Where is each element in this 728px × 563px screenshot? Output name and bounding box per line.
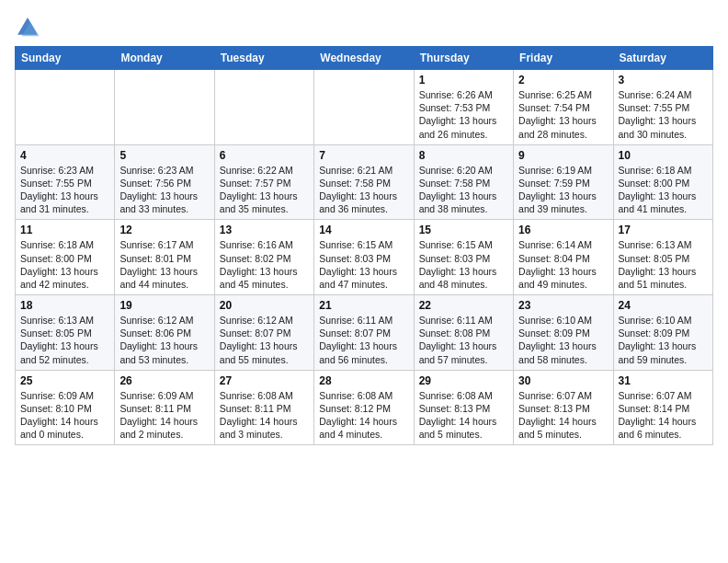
daylight-text: Daylight: 13 hours and 30 minutes. (619, 114, 708, 140)
sunrise-text: Sunrise: 6:08 AM (220, 389, 309, 402)
day-info: Sunrise: 6:13 AMSunset: 8:05 PMDaylight:… (619, 238, 708, 291)
weekday-header-tuesday: Tuesday (214, 47, 313, 70)
day-cell: 23Sunrise: 6:10 AMSunset: 8:09 PMDayligh… (514, 295, 613, 371)
daylight-text: Daylight: 13 hours and 38 minutes. (419, 190, 508, 215)
day-number: 19 (119, 299, 209, 312)
daylight-text: Daylight: 13 hours and 56 minutes. (319, 339, 408, 365)
sunrise-text: Sunrise: 6:12 AM (119, 314, 209, 327)
sunrise-text: Sunrise: 6:23 AM (20, 164, 109, 177)
day-cell: 17Sunrise: 6:13 AMSunset: 8:05 PMDayligh… (613, 220, 712, 295)
week-row-5: 25Sunrise: 6:09 AMSunset: 8:10 PMDayligh… (16, 370, 713, 445)
day-number: 26 (119, 374, 209, 387)
day-number: 24 (619, 299, 708, 312)
day-info: Sunrise: 6:24 AMSunset: 7:55 PMDaylight:… (619, 88, 708, 141)
day-info: Sunrise: 6:12 AMSunset: 8:06 PMDaylight:… (119, 314, 209, 366)
day-info: Sunrise: 6:18 AMSunset: 8:00 PMDaylight:… (20, 238, 109, 291)
sunset-text: Sunset: 8:00 PM (619, 177, 708, 190)
day-number: 29 (419, 374, 508, 387)
daylight-text: Daylight: 13 hours and 47 minutes. (319, 265, 408, 291)
day-number: 31 (619, 374, 708, 387)
day-cell (214, 70, 313, 145)
sunrise-text: Sunrise: 6:13 AM (619, 238, 708, 251)
sunrise-text: Sunrise: 6:18 AM (619, 164, 708, 177)
daylight-text: Daylight: 13 hours and 26 minutes. (419, 114, 508, 140)
day-number: 12 (119, 224, 209, 236)
day-cell: 29Sunrise: 6:08 AMSunset: 8:13 PMDayligh… (414, 370, 513, 445)
sunrise-text: Sunrise: 6:24 AM (619, 88, 708, 101)
sunrise-text: Sunrise: 6:13 AM (20, 314, 109, 327)
day-number: 4 (20, 149, 109, 162)
day-cell: 2Sunrise: 6:25 AMSunset: 7:54 PMDaylight… (514, 70, 613, 145)
sunset-text: Sunset: 8:04 PM (518, 252, 608, 265)
day-cell: 19Sunrise: 6:12 AMSunset: 8:06 PMDayligh… (115, 295, 214, 371)
day-number: 15 (419, 224, 508, 236)
sunrise-text: Sunrise: 6:19 AM (518, 164, 608, 177)
sunrise-text: Sunrise: 6:26 AM (419, 88, 508, 101)
day-cell: 10Sunrise: 6:18 AMSunset: 8:00 PMDayligh… (613, 144, 712, 220)
day-cell: 7Sunrise: 6:21 AMSunset: 7:58 PMDaylight… (314, 144, 414, 220)
day-info: Sunrise: 6:11 AMSunset: 8:07 PMDaylight:… (319, 314, 408, 366)
day-info: Sunrise: 6:10 AMSunset: 8:09 PMDaylight:… (619, 314, 708, 366)
day-cell: 12Sunrise: 6:17 AMSunset: 8:01 PMDayligh… (115, 220, 214, 295)
sunrise-text: Sunrise: 6:20 AM (419, 164, 508, 177)
daylight-text: Daylight: 13 hours and 35 minutes. (220, 190, 309, 215)
day-info: Sunrise: 6:09 AMSunset: 8:10 PMDaylight:… (20, 389, 109, 442)
day-number: 9 (518, 149, 608, 162)
day-info: Sunrise: 6:22 AMSunset: 7:57 PMDaylight:… (220, 164, 309, 216)
week-row-3: 11Sunrise: 6:18 AMSunset: 8:00 PMDayligh… (16, 220, 713, 295)
sunset-text: Sunset: 8:02 PM (220, 252, 309, 265)
sunset-text: Sunset: 8:03 PM (319, 252, 408, 265)
sunset-text: Sunset: 8:11 PM (119, 402, 209, 415)
sunset-text: Sunset: 8:14 PM (619, 402, 708, 415)
day-number: 3 (619, 74, 708, 86)
sunset-text: Sunset: 7:54 PM (518, 101, 608, 114)
sunrise-text: Sunrise: 6:15 AM (419, 238, 508, 251)
day-info: Sunrise: 6:19 AMSunset: 7:59 PMDaylight:… (518, 164, 608, 216)
day-info: Sunrise: 6:07 AMSunset: 8:13 PMDaylight:… (518, 389, 608, 442)
day-info: Sunrise: 6:09 AMSunset: 8:11 PMDaylight:… (119, 389, 209, 442)
day-cell: 27Sunrise: 6:08 AMSunset: 8:11 PMDayligh… (214, 370, 313, 445)
day-number: 8 (419, 149, 508, 162)
sunrise-text: Sunrise: 6:25 AM (518, 88, 608, 101)
weekday-header-monday: Monday (115, 47, 214, 70)
day-info: Sunrise: 6:12 AMSunset: 8:07 PMDaylight:… (220, 314, 309, 366)
sunrise-text: Sunrise: 6:22 AM (220, 164, 309, 177)
sunrise-text: Sunrise: 6:10 AM (619, 314, 708, 327)
sunset-text: Sunset: 8:03 PM (419, 252, 508, 265)
day-info: Sunrise: 6:10 AMSunset: 8:09 PMDaylight:… (518, 314, 608, 366)
day-cell: 31Sunrise: 6:07 AMSunset: 8:14 PMDayligh… (613, 370, 712, 445)
day-cell: 28Sunrise: 6:08 AMSunset: 8:12 PMDayligh… (314, 370, 414, 445)
day-cell: 25Sunrise: 6:09 AMSunset: 8:10 PMDayligh… (16, 370, 115, 445)
daylight-text: Daylight: 13 hours and 58 minutes. (518, 339, 608, 365)
sunset-text: Sunset: 8:00 PM (20, 252, 109, 265)
day-number: 30 (518, 374, 608, 387)
weekday-header-saturday: Saturday (613, 47, 712, 70)
sunrise-text: Sunrise: 6:11 AM (319, 314, 408, 327)
day-number: 6 (220, 149, 309, 162)
daylight-text: Daylight: 14 hours and 6 minutes. (619, 415, 708, 441)
day-cell: 26Sunrise: 6:09 AMSunset: 8:11 PMDayligh… (115, 370, 214, 445)
calendar-container: SundayMondayTuesdayWednesdayThursdayFrid… (0, 0, 728, 454)
sunset-text: Sunset: 8:07 PM (220, 327, 309, 339)
day-cell: 9Sunrise: 6:19 AMSunset: 7:59 PMDaylight… (514, 144, 613, 220)
sunset-text: Sunset: 8:08 PM (419, 327, 508, 339)
day-cell: 6Sunrise: 6:22 AMSunset: 7:57 PMDaylight… (214, 144, 313, 220)
daylight-text: Daylight: 13 hours and 33 minutes. (119, 190, 209, 215)
sunset-text: Sunset: 8:07 PM (319, 327, 408, 339)
day-cell: 3Sunrise: 6:24 AMSunset: 7:55 PMDaylight… (613, 70, 712, 145)
sunset-text: Sunset: 8:12 PM (319, 402, 408, 415)
day-cell: 14Sunrise: 6:15 AMSunset: 8:03 PMDayligh… (314, 220, 414, 295)
day-number: 22 (419, 299, 508, 312)
day-cell: 18Sunrise: 6:13 AMSunset: 8:05 PMDayligh… (16, 295, 115, 371)
header-row (15, 15, 713, 40)
day-info: Sunrise: 6:17 AMSunset: 8:01 PMDaylight:… (119, 238, 209, 291)
day-info: Sunrise: 6:25 AMSunset: 7:54 PMDaylight:… (518, 88, 608, 141)
day-cell (16, 70, 115, 145)
daylight-text: Daylight: 14 hours and 0 minutes. (20, 415, 109, 441)
sunset-text: Sunset: 7:53 PM (419, 101, 508, 114)
day-cell: 11Sunrise: 6:18 AMSunset: 8:00 PMDayligh… (16, 220, 115, 295)
sunset-text: Sunset: 7:55 PM (20, 177, 109, 190)
sunset-text: Sunset: 8:05 PM (20, 327, 109, 339)
day-info: Sunrise: 6:21 AMSunset: 7:58 PMDaylight:… (319, 164, 408, 216)
sunrise-text: Sunrise: 6:10 AM (518, 314, 608, 327)
